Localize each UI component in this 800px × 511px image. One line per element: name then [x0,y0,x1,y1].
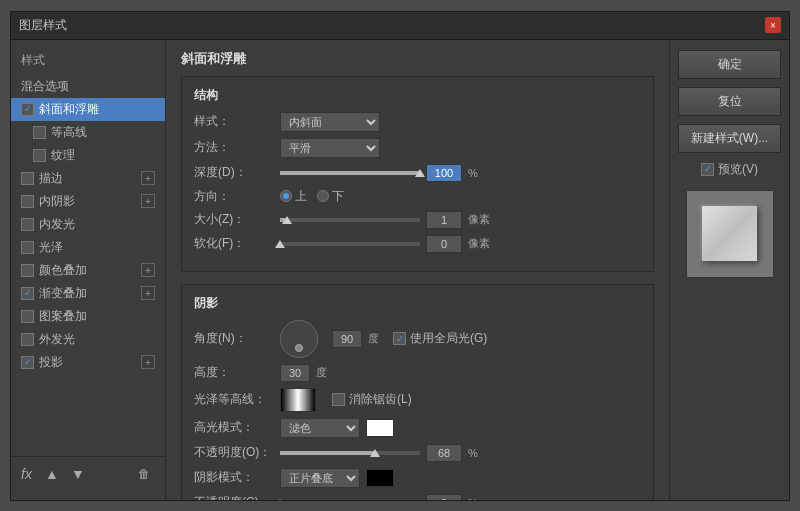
size-row: 大小(Z)： 1 像素 [194,211,641,229]
layer-item-checkbox-6[interactable] [21,241,34,254]
new-style-button[interactable]: 新建样式(W)... [678,124,781,153]
left-panel: 样式 混合选项 斜面和浮雕等高线纹理描边+内阴影+内发光光泽颜色叠加+渐变叠加+… [11,40,166,500]
highlight-opacity-value[interactable]: 68 [426,444,462,462]
reset-button[interactable]: 复位 [678,87,781,116]
layer-item-plus-7[interactable]: + [141,263,155,277]
soften-value[interactable]: 0 [426,235,462,253]
layer-item-label-8: 渐变叠加 [39,285,87,302]
layer-item-checkbox-1[interactable] [33,126,46,139]
layer-item-checkbox-0[interactable] [21,103,34,116]
direction-down-option[interactable]: 下 [317,188,344,205]
highlight-opacity-label: 不透明度(O)： [194,444,274,461]
highlight-opacity-slider[interactable] [280,451,420,455]
layer-item-10[interactable]: 外发光 [11,328,165,351]
direction-down-radio[interactable] [317,190,329,202]
layer-item-label-10: 外发光 [39,331,75,348]
delete-button[interactable]: 🗑 [133,463,155,485]
global-light-checkbox[interactable] [393,332,406,345]
depth-value[interactable]: 100 [426,164,462,182]
size-slider[interactable] [280,218,420,222]
preview-inner [702,206,757,261]
method-select[interactable]: 平滑雕刻清晰雕刻柔和 [280,138,380,158]
layer-item-3[interactable]: 描边+ [11,167,165,190]
shadow-opacity-row: 不透明度(C)： 0 % [194,494,641,500]
highlight-mode-select[interactable]: 滤色正常正片叠底 [280,418,360,438]
layer-item-plus-4[interactable]: + [141,194,155,208]
depth-slider[interactable] [280,171,420,175]
title-bar: 图层样式 × [11,12,789,40]
soften-unit: 像素 [468,236,490,251]
preview-checkbox[interactable] [701,163,714,176]
shadow-block: 阴影 角度(N)： 90 度 使用全局光(G) 高度： [181,284,654,500]
layer-item-plus-3[interactable]: + [141,171,155,185]
layer-item-label-2: 纹理 [51,147,75,164]
direction-up-label: 上 [295,188,307,205]
styles-title: 样式 [11,48,165,75]
angle-unit: 度 [368,331,379,346]
layer-item-0[interactable]: 斜面和浮雕 [11,98,165,121]
layer-item-checkbox-8[interactable] [21,287,34,300]
confirm-button[interactable]: 确定 [678,50,781,79]
gloss-preview[interactable] [280,388,316,412]
layer-item-checkbox-10[interactable] [21,333,34,346]
angle-label: 角度(N)： [194,330,274,347]
anti-alias-item[interactable]: 消除锯齿(L) [332,391,412,408]
style-select[interactable]: 内斜面外斜面浮雕效果 [280,112,380,132]
layer-item-checkbox-3[interactable] [21,172,34,185]
direction-up-radio[interactable] [280,190,292,202]
soften-slider[interactable] [280,242,420,246]
layer-item-label-6: 光泽 [39,239,63,256]
layer-item-4[interactable]: 内阴影+ [11,190,165,213]
altitude-value[interactable]: 30 [280,364,310,382]
bottom-bar: fx ▲ ▼ 🗑 [11,456,165,492]
move-up-button[interactable]: ▲ [42,464,62,484]
layer-item-label-1: 等高线 [51,124,87,141]
bevel-section-header: 斜面和浮雕 [181,50,654,68]
angle-value[interactable]: 90 [332,330,362,348]
layer-item-6[interactable]: 光泽 [11,236,165,259]
layer-item-1[interactable]: 等高线 [11,121,165,144]
right-panel: 确定 复位 新建样式(W)... 预览(V) [669,40,789,500]
direction-up-option[interactable]: 上 [280,188,307,205]
layer-style-dialog: 图层样式 × 样式 混合选项 斜面和浮雕等高线纹理描边+内阴影+内发光光泽颜色叠… [10,11,790,501]
layer-item-checkbox-2[interactable] [33,149,46,162]
close-button[interactable]: × [765,17,781,33]
global-light-item[interactable]: 使用全局光(G) [393,330,487,347]
layer-item-checkbox-5[interactable] [21,218,34,231]
shadow-color-swatch[interactable] [366,469,394,487]
layer-item-2[interactable]: 纹理 [11,144,165,167]
method-label: 方法： [194,139,274,156]
move-down-button[interactable]: ▼ [68,464,88,484]
layer-item-9[interactable]: 图案叠加 [11,305,165,328]
layer-item-5[interactable]: 内发光 [11,213,165,236]
depth-row: 深度(D)： 100 % [194,164,641,182]
preview-item[interactable]: 预览(V) [678,161,781,178]
global-light-label: 使用全局光(G) [410,330,487,347]
depth-unit: % [468,167,478,179]
anti-alias-checkbox[interactable] [332,393,345,406]
angle-row: 角度(N)： 90 度 使用全局光(G) [194,320,641,358]
layer-item-7[interactable]: 颜色叠加+ [11,259,165,282]
shadow-mode-select[interactable]: 正片叠底正常滤色 [280,468,360,488]
depth-label: 深度(D)： [194,164,274,181]
layer-item-checkbox-9[interactable] [21,310,34,323]
angle-dial[interactable] [280,320,318,358]
layer-item-checkbox-11[interactable] [21,356,34,369]
layer-item-label-9: 图案叠加 [39,308,87,325]
layer-item-checkbox-7[interactable] [21,264,34,277]
layer-item-11[interactable]: 投影+ [11,351,165,374]
shadow-opacity-value[interactable]: 0 [426,494,462,500]
soften-label: 软化(F)： [194,235,274,252]
direction-row: 方向： 上 下 [194,188,641,205]
layer-item-checkbox-4[interactable] [21,195,34,208]
layer-item-plus-8[interactable]: + [141,286,155,300]
dialog-body: 样式 混合选项 斜面和浮雕等高线纹理描边+内阴影+内发光光泽颜色叠加+渐变叠加+… [11,40,789,500]
main-content: 斜面和浮雕 结构 样式： 内斜面外斜面浮雕效果 方法： 平滑雕刻清晰雕刻柔和 [166,40,669,500]
dialog-title: 图层样式 [19,17,67,34]
layer-item-8[interactable]: 渐变叠加+ [11,282,165,305]
highlight-color-swatch[interactable] [366,419,394,437]
direction-label: 方向： [194,188,274,205]
size-value[interactable]: 1 [426,211,462,229]
mix-options-item[interactable]: 混合选项 [11,75,165,98]
layer-item-plus-11[interactable]: + [141,355,155,369]
